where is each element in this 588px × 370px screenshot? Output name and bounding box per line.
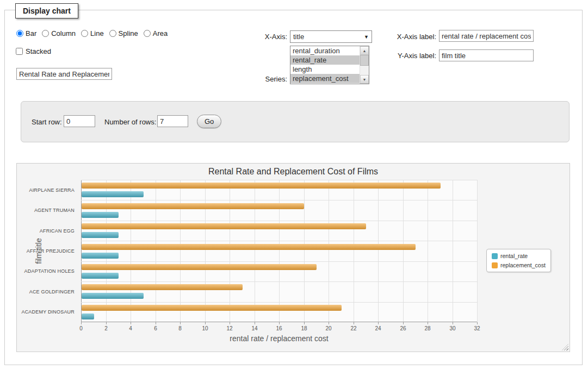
radio-line-label: Line [90,29,104,37]
gridline [304,180,305,322]
stacked-checkbox[interactable] [16,48,23,55]
scroll-up-icon[interactable]: ▲ [360,46,369,55]
bar-rental_rate [82,212,119,218]
radio-line-input[interactable] [81,30,88,37]
x-axis-field-label: X-Axis label: [392,33,436,41]
legend-label-rental_rate: rental_rate [500,253,528,259]
tick-mark [477,322,478,324]
plot-area [81,180,477,322]
category-label: AIRPLANE SIERRA [17,187,78,193]
series-select-label: Series: [260,75,287,83]
y-axis-label-input[interactable] [439,49,534,61]
x-tick-label: 22 [350,325,356,331]
x-tick-label: 26 [400,325,406,331]
gridline [354,180,354,322]
radio-bar-label: Bar [26,29,36,37]
x-axis-label-input[interactable] [439,30,534,42]
x-tick-label: 20 [325,325,331,331]
category-label: ACADEMY DINOSAUR [17,309,78,315]
bar-rental_rate [82,293,144,299]
radio-area-input[interactable] [144,30,151,37]
series-multiselect[interactable]: rental_duration rental_rate length repla… [290,46,369,84]
bar-replacement_cost [82,223,366,229]
x-axis-select-label: X-Axis: [260,33,287,41]
start-row-input[interactable] [64,115,95,127]
tick-mark [205,322,206,324]
gridline [156,180,156,322]
gridline [81,241,477,241]
radio-line[interactable]: Line [81,29,104,37]
x-tick-label: 14 [251,325,257,331]
stacked-label: Stacked [26,47,51,55]
go-button[interactable]: Go [197,115,221,128]
gridline [279,180,280,322]
tick-mark [428,322,428,324]
category-label: AFFAIR PREJUDICE [17,248,78,254]
tick-mark [156,322,156,324]
series-option-rental-rate[interactable]: rental_rate [290,55,360,65]
bar-replacement_cost [82,244,416,250]
legend-swatch-rental_rate [492,253,498,259]
radio-spline[interactable]: Spline [109,29,138,37]
x-tick-label: 32 [474,325,480,331]
scroll-down-icon[interactable]: ▼ [360,75,369,84]
page: Display chart Bar Column Line Spline Are… [0,0,588,370]
scrollbar-track[interactable] [360,66,369,75]
gridline [81,261,477,262]
bar-replacement_cost [82,284,243,290]
x-tick-label: 12 [226,325,232,331]
num-rows-label: Number of rows: [104,118,156,126]
legend-swatch-replacement_cost [492,262,498,268]
series-scrollbar[interactable]: ▲ ▼ [360,46,369,84]
gridline [477,180,478,322]
chart-title-input[interactable] [16,68,112,80]
bar-replacement_cost [82,183,441,189]
radio-bar-input[interactable] [16,30,23,37]
y-axis-title: film title [34,238,43,264]
radio-column-input[interactable] [42,30,49,37]
tick-mark [304,322,305,324]
rows-panel [21,101,570,142]
radio-column[interactable]: Column [42,29,76,37]
x-axis-selected-value: title [293,33,304,41]
num-rows-input[interactable] [157,115,188,127]
bar-replacement_cost [82,203,304,209]
x-axis-title: rental rate / replacement cost [81,334,477,343]
stacked-checkbox-row[interactable]: Stacked [16,47,51,55]
gridline [205,180,206,322]
gridline [255,180,255,322]
start-row-label: Start row: [32,118,62,126]
chart-title: Rental Rate and Replacement Cost of Film… [17,167,570,177]
radio-spline-input[interactable] [109,30,116,37]
x-tick-label: 2 [104,325,108,331]
x-axis-select[interactable]: title ▼ [290,30,372,43]
x-tick-label: 0 [79,325,83,331]
x-tick-label: 4 [129,325,132,331]
radio-bar[interactable]: Bar [16,29,36,37]
x-tick-label: 30 [449,325,455,331]
tick-mark [378,322,379,324]
bar-rental_rate [82,313,94,319]
series-option-rental-duration[interactable]: rental_duration [290,46,360,55]
chart-legend: rental_ratereplacement_cost [486,249,551,272]
series-option-length[interactable]: length [290,65,360,74]
chart-type-radio-group: Bar Column Line Spline Area [16,29,173,37]
legend-item-replacement_cost[interactable]: replacement_cost [492,262,546,268]
tick-mark [230,322,230,324]
tick-mark [255,322,255,324]
series-option-replacement-cost[interactable]: replacement_cost [290,74,360,83]
gridline [378,180,379,322]
scrollbar-thumb[interactable] [360,55,369,66]
gridline [131,180,131,322]
bar-replacement_cost [82,305,342,311]
tick-mark [180,322,181,324]
bar-replacement_cost [82,264,317,270]
radio-area[interactable]: Area [144,29,168,37]
gridline [81,322,477,322]
resize-handle[interactable] [562,344,568,350]
gridline [81,180,82,322]
gridline [329,180,329,322]
legend-item-rental_rate[interactable]: rental_rate [492,253,546,259]
gridline [403,180,404,322]
tick-mark [329,322,329,324]
